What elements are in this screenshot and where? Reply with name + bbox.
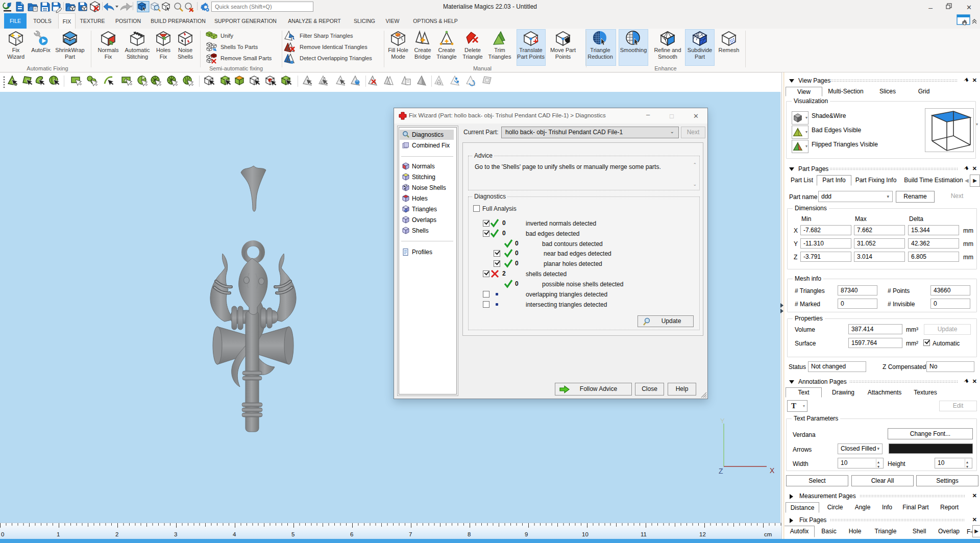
- svg-text:Y: Y: [720, 417, 725, 425]
- svg-text:Z: Z: [719, 467, 723, 475]
- svg-text:X: X: [770, 466, 775, 475]
